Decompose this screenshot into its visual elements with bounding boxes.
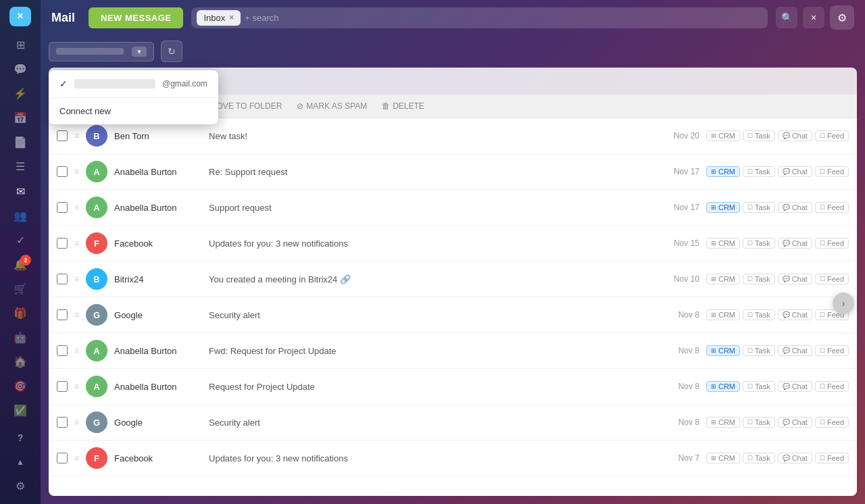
account-option-gmail[interactable]: ✓ @gmail.com (49, 70, 218, 97)
sender-name: Anabella Burton (114, 382, 202, 392)
sidebar-item-tasks[interactable]: ✓ (8, 229, 32, 251)
email-checkbox[interactable] (57, 453, 68, 463)
feed-tag[interactable]: ☐ Feed (815, 381, 849, 392)
sidebar-item-contacts[interactable]: 👥 (8, 205, 32, 226)
sidebar-item-building[interactable]: 🏠 (8, 351, 32, 373)
email-checkbox[interactable] (57, 417, 68, 428)
crm-tag[interactable]: ⊞ CRM (706, 238, 740, 249)
sidebar-item-cart[interactable]: 🛒 (8, 278, 32, 299)
crm-tag[interactable]: ⊞ CRM (706, 166, 740, 177)
email-checkbox[interactable] (57, 166, 68, 177)
crm-tag[interactable]: ⊞ CRM (706, 130, 740, 141)
crm-tag[interactable]: ⊞ CRM (706, 453, 740, 463)
sidebar-item-chat[interactable]: 💬 (8, 59, 32, 80)
task-tag[interactable]: ☐ Task (743, 166, 775, 177)
feed-tag[interactable]: ☐ Feed (815, 274, 849, 284)
sidebar-item-settings[interactable]: ⚙ (8, 476, 32, 497)
close-app-button[interactable]: × (9, 7, 31, 26)
task-tag[interactable]: ☐ Task (743, 345, 775, 356)
email-row[interactable]: ≡ A Anabella Burton Request for Project … (49, 369, 857, 405)
crm-icon: ⊞ (711, 455, 716, 461)
sidebar-item-calendar[interactable]: 📅 (8, 107, 32, 129)
task-tag[interactable]: ☐ Task (743, 453, 775, 463)
email-checkbox[interactable] (57, 274, 68, 284)
chat-tag[interactable]: 💬 Chat (778, 453, 812, 463)
sender-name: Google (114, 310, 202, 320)
email-row[interactable]: ≡ A Anabella Burton Re: Support request … (49, 154, 857, 190)
sidebar-item-help[interactable]: ? (8, 427, 32, 449)
crm-tag[interactable]: ⊞ CRM (706, 417, 740, 428)
drag-handle-icon: ≡ (74, 453, 79, 463)
email-row[interactable]: ≡ F Facebook Updates for you: 3 new noti… (49, 440, 857, 476)
sidebar-item-user[interactable]: ▲ (8, 451, 32, 473)
email-checkbox[interactable] (57, 309, 68, 320)
feed-tag[interactable]: ☐ Feed (815, 453, 849, 463)
sidebar-item-mail[interactable]: ✉ (8, 180, 32, 202)
chat-tag[interactable]: 💬 Chat (778, 274, 812, 284)
drag-handle-icon: ≡ (74, 167, 79, 176)
chat-tag[interactable]: 💬 Chat (778, 166, 812, 177)
delete-button[interactable]: 🗑 DELETE (378, 100, 428, 112)
task-tag[interactable]: ☐ Task (743, 309, 775, 320)
feed-tag[interactable]: ☐ Feed (815, 345, 849, 356)
email-checkbox[interactable] (57, 238, 68, 249)
task-tag[interactable]: ☐ Task (743, 381, 775, 392)
chat-tag[interactable]: 💬 Chat (778, 130, 812, 141)
crm-tag[interactable]: ⊞ CRM (706, 202, 740, 213)
sidebar-item-dashboard[interactable]: ⊞ (8, 34, 32, 56)
task-tag[interactable]: ☐ Task (743, 274, 775, 284)
refresh-button[interactable]: ↻ (161, 41, 182, 62)
mark-as-spam-button[interactable]: ⊘ MARK AS SPAM (293, 100, 371, 112)
sidebar-item-activity[interactable]: ⚡ (8, 83, 32, 105)
tab-add-button[interactable]: + search (245, 13, 278, 23)
feed-tag[interactable]: ☐ Feed (815, 166, 849, 177)
crm-tag[interactable]: ⊞ CRM (706, 345, 740, 356)
chat-tag[interactable]: 💬 Chat (778, 345, 812, 356)
email-row[interactable]: ≡ F Facebook Updates for you: 3 new noti… (49, 226, 857, 261)
sidebar-item-list[interactable]: ☰ (8, 156, 32, 178)
crm-tag[interactable]: ⊞ CRM (706, 381, 740, 392)
email-checkbox[interactable] (57, 381, 68, 392)
chat-tag[interactable]: 💬 Chat (778, 202, 812, 213)
email-checkbox[interactable] (57, 345, 68, 356)
task-tag[interactable]: ☐ Task (743, 130, 775, 141)
email-row[interactable]: ≡ A Anabella Burton Support request Nov … (49, 190, 857, 226)
task-tag[interactable]: ☐ Task (743, 417, 775, 428)
sidebar: × ⊞ 💬 ⚡ 📅 📄 ☰ ✉ 👥 ✓ 🔔 2 🛒 🎁 🤖 🏠 🎯 (0, 0, 41, 504)
email-row[interactable]: ≡ G Google Security alert Nov 8 ⊞ CRM ☐ … (49, 297, 857, 333)
sidebar-item-target[interactable]: 🎯 (8, 376, 32, 397)
email-row[interactable]: ≡ G Google Security alert Nov 8 ⊞ CRM ☐ … (49, 405, 857, 440)
scroll-right-button[interactable]: › (833, 293, 854, 314)
sidebar-item-notifications[interactable]: 🔔 2 (8, 253, 32, 275)
crm-tag[interactable]: ⊞ CRM (706, 274, 740, 284)
feed-tag[interactable]: ☐ Feed (815, 238, 849, 249)
account-selector[interactable]: ▼ (49, 42, 154, 61)
chat-tag[interactable]: 💬 Chat (778, 309, 812, 320)
sidebar-item-check[interactable]: ✅ (8, 400, 32, 422)
task-tag[interactable]: ☐ Task (743, 238, 775, 249)
chat-tag[interactable]: 💬 Chat (778, 381, 812, 392)
sidebar-item-robot[interactable]: 🤖 (8, 326, 32, 348)
feed-tag[interactable]: ☐ Feed (815, 130, 849, 141)
sidebar-item-documents[interactable]: 📄 (8, 132, 32, 153)
email-row[interactable]: ≡ B Bitrix24 You created a meeting in Bi… (49, 261, 857, 297)
app-settings-button[interactable]: ⚙ (830, 5, 854, 30)
activity-icon: ⚡ (14, 87, 27, 100)
chat-tag[interactable]: 💬 Chat (778, 417, 812, 428)
new-message-button[interactable]: NEW MESSAGE (89, 7, 183, 28)
email-row[interactable]: ≡ A Anabella Burton Fwd: Request for Pro… (49, 333, 857, 369)
search-button[interactable]: 🔍 (776, 7, 797, 28)
task-tag[interactable]: ☐ Task (743, 202, 775, 213)
inbox-tab[interactable]: Inbox × (197, 10, 241, 26)
chat-tag[interactable]: 💬 Chat (778, 238, 812, 249)
close-search-button[interactable]: × (803, 7, 824, 28)
connect-new-option[interactable]: Connect new (49, 98, 218, 124)
feed-tag[interactable]: ☐ Feed (815, 202, 849, 213)
tab-close-button[interactable]: × (229, 14, 234, 22)
email-checkbox[interactable] (57, 202, 68, 213)
email-section: Emails: 0 Unread Mark all as read Select… (49, 68, 857, 496)
feed-tag[interactable]: ☐ Feed (815, 417, 849, 428)
email-checkbox[interactable] (57, 130, 68, 141)
crm-tag[interactable]: ⊞ CRM (706, 309, 740, 320)
sidebar-item-gift[interactable]: 🎁 (8, 302, 32, 324)
